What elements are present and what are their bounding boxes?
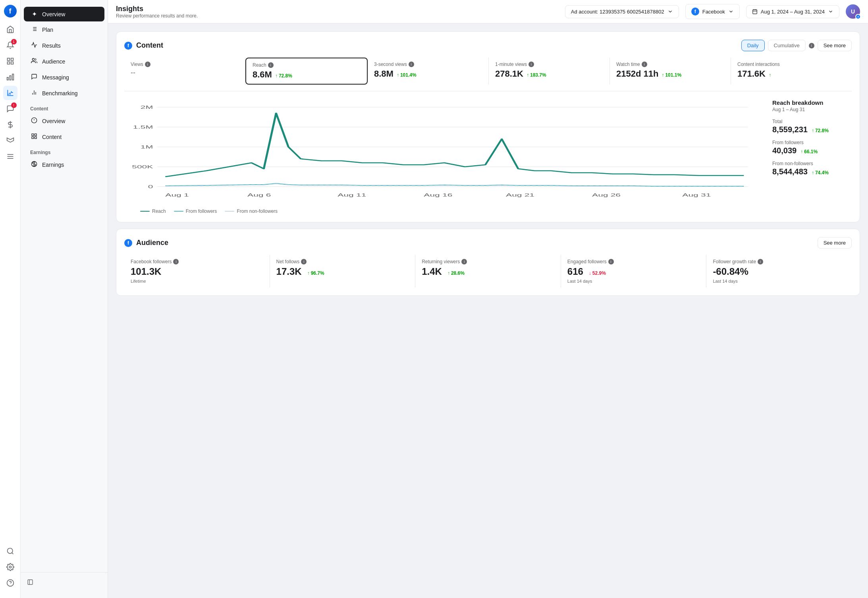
icon-grid[interactable] — [3, 54, 17, 68]
fb-followers-info[interactable]: i — [173, 259, 179, 264]
icon-megaphone[interactable] — [3, 133, 17, 148]
views-info[interactable]: i — [145, 62, 150, 67]
nav-label-results: Results — [42, 42, 61, 49]
nav-item-results[interactable]: Results — [24, 38, 104, 53]
date-range-dropdown[interactable]: Aug 1, 2024 – Aug 31, 2024 — [746, 5, 839, 18]
metric-3sec-change: ↑101.4% — [397, 72, 417, 78]
aud-metric-returning-viewers[interactable]: Returning viewers i 1.4K ↑ 28.6% — [415, 255, 561, 287]
rb-nonfollowers-change: ↑ 74.4% — [812, 170, 829, 176]
aud-metric-engaged-followers[interactable]: Engaged followers i 616 ↓ 52.9% Last 14 … — [561, 255, 707, 287]
nav-item-messaging[interactable]: Messaging — [24, 70, 104, 85]
metric-views[interactable]: Views i -- — [124, 58, 245, 85]
tab-daily[interactable]: Daily — [741, 40, 765, 51]
platform-dropdown[interactable]: f Facebook — [685, 4, 740, 19]
rb-item-non-followers: From non-followers 8,544,483 ↑ 74.4% — [772, 161, 852, 176]
metric-1min-views[interactable]: 1-minute views i 278.1K ↑183.7% — [489, 58, 610, 85]
rb-total-value: 8,559,231 — [772, 125, 808, 134]
icon-settings[interactable] — [3, 560, 17, 574]
user-avatar[interactable]: U f — [846, 4, 860, 19]
aud-growth-rate-value: -60.84% — [713, 266, 845, 277]
aud-metric-fb-followers[interactable]: Facebook followers i 101.3K Lifetime — [124, 255, 270, 287]
svg-rect-3 — [7, 62, 10, 64]
1min-info[interactable]: i — [529, 62, 534, 67]
metric-watch-time[interactable]: Watch time i 2152d 11h ↑101.1% — [610, 58, 731, 85]
header-brand: Insights Review performance results and … — [116, 5, 198, 19]
metric-reach-label: Reach i — [253, 62, 361, 68]
tab-cumulative[interactable]: Cumulative — [768, 40, 806, 51]
rb-nonfollowers-label: From non-followers — [772, 161, 852, 166]
returning-viewers-info[interactable]: i — [461, 259, 467, 264]
aud-engaged-followers-sublabel: Last 14 days — [567, 279, 700, 284]
aud-fb-followers-label: Facebook followers i — [131, 259, 263, 264]
icon-dollar[interactable] — [3, 118, 17, 132]
watchtime-info[interactable]: i — [642, 62, 647, 67]
collapse-sidebar-btn[interactable] — [21, 572, 108, 592]
svg-text:1.5M: 1.5M — [133, 125, 153, 129]
icon-notifications[interactable]: 1 — [3, 38, 17, 52]
rb-total-label: Total — [772, 119, 852, 124]
nav-item-earnings[interactable]: Earnings — [24, 157, 104, 172]
metric-interactions-value: 171.6K — [737, 69, 766, 79]
metric-1min-label: 1-minute views i — [495, 62, 603, 67]
legend-non-followers: From non-followers — [225, 208, 278, 214]
ad-account-chevron — [667, 9, 673, 14]
metrics-row: Views i -- Reach i 8.6M ↑72.8% — [124, 58, 852, 91]
metric-3sec-views[interactable]: 3-second views i 8.8M ↑101.4% — [368, 58, 489, 85]
icon-comment[interactable]: ! — [3, 102, 17, 116]
chart-container: 2M 1.5M 1M 500K 0 Aug 1 Aug 6 Aug 11 Aug… — [124, 99, 852, 214]
reach-chart: 2M 1.5M 1M 500K 0 Aug 1 Aug 6 Aug 11 Aug… — [124, 99, 764, 203]
metric-interactions[interactable]: Content interactions 171.6K ↑ — [731, 58, 852, 85]
content-content-icon — [30, 133, 38, 141]
reach-breakdown-panel: Reach breakdown Aug 1 – Aug 31 Total 8,5… — [772, 99, 852, 214]
metric-watchtime-value: 2152d 11h — [616, 69, 658, 79]
rb-total-change: ↑ 72.8% — [812, 128, 829, 133]
aud-engaged-followers-value: 616 — [567, 266, 583, 277]
ad-account-dropdown[interactable]: Ad account: 123935375 6002541878802 — [565, 5, 679, 18]
icon-help[interactable] — [3, 576, 17, 590]
avatar-fb-badge: f — [855, 14, 861, 19]
svg-point-22 — [32, 58, 34, 60]
svg-text:2M: 2M — [141, 105, 153, 110]
metric-reach-value: 8.6M — [253, 69, 272, 80]
icon-menu[interactable] — [3, 149, 17, 164]
aud-metric-growth-rate[interactable]: Follower growth rate i -60.84% Last 14 d… — [706, 255, 852, 287]
nav-item-benchmarking[interactable]: Benchmarking — [24, 86, 104, 101]
nav-item-overview[interactable]: ✦ Overview — [24, 7, 104, 21]
nav-item-content-overview[interactable]: Overview — [24, 114, 104, 129]
engaged-followers-info[interactable]: i — [608, 259, 614, 264]
svg-text:Aug 6: Aug 6 — [247, 193, 271, 197]
earnings-icon — [30, 161, 38, 169]
icon-search[interactable] — [3, 544, 17, 558]
svg-rect-34 — [753, 10, 757, 14]
content-section-label: Content — [21, 101, 108, 113]
icon-home[interactable] — [3, 22, 17, 37]
nav-label-benchmarking: Benchmarking — [42, 90, 78, 96]
reach-info[interactable]: i — [268, 62, 274, 68]
svg-rect-6 — [7, 77, 8, 80]
notification-badge: 1 — [11, 39, 17, 44]
main-area: Insights Review performance results and … — [108, 0, 868, 598]
audience-card-header: f Audience See more — [124, 237, 852, 249]
content-see-more-btn[interactable]: See more — [818, 40, 852, 51]
metric-reach[interactable]: Reach i 8.6M ↑72.8% — [245, 58, 368, 85]
svg-point-13 — [9, 566, 11, 568]
aud-metric-net-follows[interactable]: Net follows i 17.3K ↑ 96.7% — [270, 255, 416, 287]
nav-label-earnings: Earnings — [42, 162, 64, 168]
content-info-icon[interactable]: i — [809, 43, 814, 48]
icon-chart[interactable] — [3, 70, 17, 84]
svg-rect-28 — [35, 137, 37, 139]
nav-item-plan[interactable]: Plan — [24, 22, 104, 37]
net-follows-info[interactable]: i — [301, 259, 307, 264]
icon-analytics[interactable] — [3, 86, 17, 100]
metric-interactions-label: Content interactions — [737, 62, 845, 67]
audience-see-more-btn[interactable]: See more — [818, 237, 852, 249]
aud-net-follows-value: 17.3K — [276, 266, 302, 277]
top-header: Insights Review performance results and … — [108, 0, 868, 23]
followers-line-indicator — [174, 211, 183, 212]
3sec-info[interactable]: i — [409, 62, 414, 67]
rb-title: Reach breakdown — [772, 99, 852, 106]
nav-item-content-content[interactable]: Content — [24, 129, 104, 145]
aud-engaged-followers-label: Engaged followers i — [567, 259, 700, 264]
nav-item-audience[interactable]: Audience — [24, 54, 104, 69]
growth-rate-info[interactable]: i — [758, 259, 763, 264]
